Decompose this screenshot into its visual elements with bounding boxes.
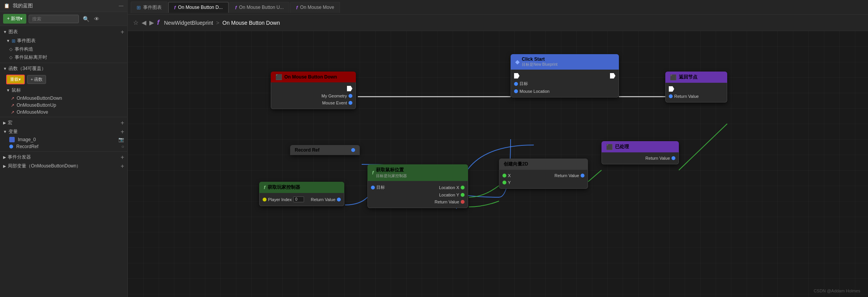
pin-exec-out (271, 85, 355, 92)
tab-func-icon-3: f (296, 5, 297, 10)
node-event-mouse-down[interactable]: ⬛ On Mouse Button Down My Geometry Mouse… (271, 72, 356, 109)
search-input[interactable] (29, 15, 79, 23)
sidebar: 📋 我的蓝图 — + 新增▾ 🔍 👁 ▼ 图表 + ▼ ⊞ 事件图表 ◇ 事件构… (0, 0, 128, 297)
override-button[interactable]: 重载▾ (6, 75, 25, 84)
tab-bar: ⊞ 事件图表 f On Mouse Button D... f On Mouse… (128, 0, 868, 15)
mouse-item-move[interactable]: ↗ OnMouseMove (0, 109, 127, 116)
player-index-input[interactable] (293, 196, 304, 202)
vec-return-pin (581, 174, 584, 178)
tab-func-icon-1: f (174, 5, 176, 10)
mouse-return-pin (461, 200, 465, 204)
processed-icon: ⬛ (606, 144, 613, 150)
player-return-pin (337, 198, 341, 201)
player-index-pin (263, 198, 267, 201)
section-event-graph[interactable]: ▼ ⊞ 事件图表 (0, 36, 127, 45)
var-image-icon (9, 137, 15, 142)
eye-icon[interactable]: 👁 (92, 15, 101, 23)
sidebar-icons: 🔍 👁 (81, 15, 101, 23)
location-y-pin (461, 193, 465, 197)
return-exec-in (669, 86, 674, 92)
pin-location-y: Location Y (368, 191, 468, 198)
node-get-player[interactable]: f 获取玩家控制器 Player Index Return Value (259, 182, 344, 206)
sidebar-header: 📋 我的蓝图 — (0, 0, 127, 12)
connections-svg (128, 31, 868, 297)
add-macro-btn[interactable]: + (121, 120, 124, 126)
mouse-target-pin (371, 186, 375, 189)
item-mouse-leave[interactable]: ◇ 事件鼠标离开时 (0, 53, 127, 61)
pin-my-geometry: My Geometry (271, 92, 355, 99)
tab-event-graph[interactable]: ⊞ 事件图表 (131, 2, 167, 13)
bookmark-icon[interactable]: ☆ (133, 19, 138, 26)
pin-mouse-loc: Mouse Location (511, 88, 619, 95)
location-x-pin (461, 186, 465, 189)
sidebar-toolbar: + 新增▾ 🔍 👁 (0, 12, 127, 26)
sidebar-title: 我的蓝图 (13, 2, 116, 9)
mouse-location-pin (514, 89, 518, 93)
back-icon[interactable]: ◀ (142, 19, 146, 26)
pin-processed-return: Return Value (602, 155, 678, 162)
exec-out-pin (347, 86, 352, 91)
node-return-header: ⬛ 返回节点 (665, 72, 727, 83)
tab-func-icon-2: f (235, 5, 237, 10)
node-processed[interactable]: ⬛ 已处理 Return Value (601, 141, 679, 164)
section-macro[interactable]: ▶ 宏 + (0, 118, 127, 127)
breadcrumb-separator: > (216, 20, 219, 26)
add-var-btn[interactable]: + (121, 129, 124, 135)
x-in-pin (502, 174, 506, 178)
blueprint-canvas[interactable]: ⬛ On Mouse Button Down My Geometry Mouse… (128, 31, 868, 297)
pin-x-in: X Return Value (499, 172, 588, 179)
section-mouse[interactable]: ▼ 鼠标 (0, 86, 127, 95)
var-image[interactable]: Image_0 📷 (0, 136, 127, 143)
node-click-start-body: 目标 Mouse Location (511, 70, 619, 97)
section-variable[interactable]: ▼ 变量 + (0, 127, 127, 136)
add-local-btn[interactable]: + (121, 163, 124, 169)
node-processed-body: Return Value (601, 152, 679, 164)
pin-player-index: Player Index Return Value (260, 195, 344, 203)
my-geometry-pin (349, 94, 352, 98)
mouse-item-down[interactable]: ↗ OnMouseButtonDown (0, 95, 127, 102)
record-ref-out-pin (351, 148, 355, 152)
tab-mouse-up[interactable]: f On Mouse Button U... (229, 2, 290, 13)
pin-target-mouse: 目标 Location X (368, 183, 468, 191)
func-f-icon-mouse: f (372, 170, 374, 176)
node-get-mouse[interactable]: f 获取鼠标位置 目标是玩家控制器 目标 Location X Location… (367, 164, 468, 208)
mouse-item-up[interactable]: ↗ OnMouseButtonUp (0, 102, 127, 109)
node-return[interactable]: ⬛ 返回节点 Return Value (665, 72, 727, 102)
section-functions[interactable]: ▼ 函数（34可覆盖） (0, 64, 127, 73)
node-return-body: Return Value (665, 83, 727, 102)
sidebar-content: ▼ 图表 + ▼ ⊞ 事件图表 ◇ 事件构造 ◇ 事件鼠标离开时 ▼ 函数（34… (0, 26, 127, 297)
mouse-event-pin (349, 101, 352, 105)
node-record-ref[interactable]: Record Ref (290, 145, 360, 155)
node-get-mouse-header: f 获取鼠标位置 目标是玩家控制器 (367, 164, 468, 181)
processed-return-pin (672, 156, 675, 160)
breadcrumb-func-icon: f (157, 19, 159, 27)
node-create-vec2d[interactable]: 创建向量2D X Return Value Y (499, 159, 588, 189)
item-construct[interactable]: ◇ 事件构造 (0, 45, 127, 53)
section-graph[interactable]: ▼ 图表 + (0, 27, 127, 36)
node-get-mouse-body: 目标 Location X Location Y Return Value (367, 181, 468, 208)
section-local-var[interactable]: ▶ 局部变量（OnMouseButtonDown） + (0, 162, 127, 171)
node-click-start[interactable]: ◆ Click Start 目标是New Blueprint 目标 (511, 54, 619, 97)
tab-mouse-down[interactable]: f On Mouse Button D... (168, 2, 229, 13)
var-image-type: 📷 (118, 137, 124, 142)
add-func-button[interactable]: + 函数 (27, 75, 46, 84)
target-pin (514, 82, 518, 86)
main-area: ⊞ 事件图表 f On Mouse Button D... f On Mouse… (128, 0, 868, 297)
var-ref-dot (9, 145, 13, 148)
tab-grid-icon: ⊞ (137, 5, 141, 10)
section-event-dispatcher[interactable]: ▶ 事件分发器 + (0, 153, 127, 162)
new-button[interactable]: + 新增▾ (3, 14, 26, 24)
node-create-vec-header: 创建向量2D (499, 159, 588, 170)
var-recordref[interactable]: RecordRef ○ (0, 143, 127, 150)
search-icon[interactable]: 🔍 (81, 15, 91, 23)
return-value-pin (669, 94, 673, 98)
add-dispatcher-btn[interactable]: + (121, 154, 124, 160)
add-graph-btn[interactable]: + (121, 29, 124, 35)
func-f-icon-player: f (264, 185, 265, 190)
breadcrumb-blueprint[interactable]: NewWidgetBlueprint (164, 20, 213, 26)
var-ref-icon: ○ (121, 144, 124, 149)
tab-mouse-move[interactable]: f On Mouse Move (290, 2, 340, 13)
forward-icon[interactable]: ▶ (149, 19, 154, 26)
node-event-body: My Geometry Mouse Event (271, 82, 356, 109)
node-record-ref-header: Record Ref (290, 145, 360, 155)
